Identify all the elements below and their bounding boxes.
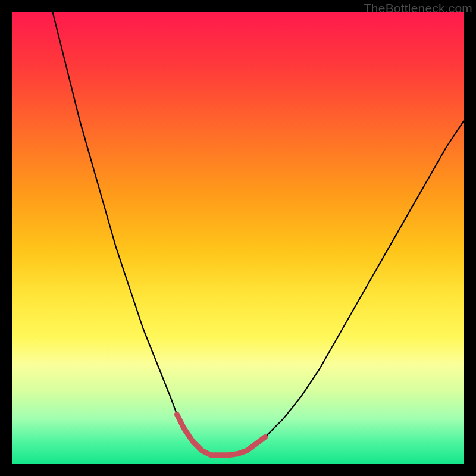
series-red-bottom-highlight xyxy=(177,414,265,455)
series-layer xyxy=(52,12,464,455)
series-black-curve xyxy=(52,12,464,455)
watermark-text: TheBottleneck.com xyxy=(364,1,472,15)
plot-area xyxy=(12,12,464,464)
chart-stage: TheBottleneck.com xyxy=(0,0,476,476)
curve-svg xyxy=(12,12,464,464)
